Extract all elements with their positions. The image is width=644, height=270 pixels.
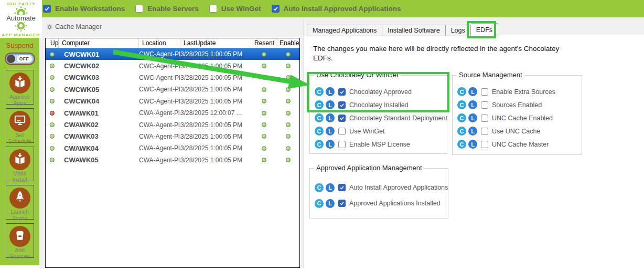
edf-group-source-management: Source Management C L Enable Extra Sourc…: [452, 75, 582, 155]
lastupdate-cell: 3/28/2025 1:00:05 PM: [180, 74, 251, 81]
chocolatey-badge-icon[interactable]: C: [457, 113, 466, 122]
edf-checkbox[interactable]: [338, 128, 346, 135]
toolbar-checkbox-label: Enable Workstations: [55, 5, 125, 13]
table-row[interactable]: CWAWK02 CWA-Agent-Play... 3/28/2025 1:00…: [46, 119, 299, 130]
column-header-up[interactable]: Up: [46, 38, 59, 48]
sidebar-button-set-schedule[interactable]: Set Schedule: [6, 108, 34, 143]
table-row[interactable]: CWCWK03 CWC-Agent-Play... 3/28/2025 1:00…: [46, 72, 299, 84]
check-icon: [339, 102, 345, 108]
chocolatey-badge-icon[interactable]: C: [315, 113, 324, 122]
edf-checkbox[interactable]: [481, 101, 488, 109]
column-header-enable[interactable]: Enable: [276, 38, 299, 48]
sidebar-button-icon-circle: [9, 111, 30, 132]
chocolatey-badge-icon[interactable]: C: [315, 140, 324, 149]
toolbar-checkbox[interactable]: [135, 5, 143, 13]
chocolatey-badge-icon[interactable]: C: [457, 100, 466, 109]
table-row[interactable]: CWAWK03 CWA-Agent-Play... 3/28/2025 1:00…: [46, 131, 299, 142]
edf-checkbox[interactable]: [338, 88, 346, 96]
labtech-badge-icon[interactable]: L: [468, 140, 477, 149]
sidebar-button-label: Add Sources: [6, 247, 34, 260]
edf-setting-sources-enabled: C L Sources Enabled: [457, 98, 582, 111]
sidebar-button-add-sources[interactable]: Add Sources: [6, 223, 34, 258]
labtech-badge-icon[interactable]: L: [326, 113, 335, 122]
table-row[interactable]: CWCWK01 CWC-Agent-Play... 3/28/2025 1:00…: [46, 48, 299, 60]
up-status-dot: [50, 122, 55, 127]
toolbar-checkbox[interactable]: [209, 5, 217, 13]
labtech-badge-icon[interactable]: L: [326, 87, 335, 96]
chocolatey-badge-icon[interactable]: C: [457, 127, 466, 136]
labtech-badge-icon[interactable]: L: [326, 100, 335, 109]
location-cell: CWC-Agent-Play...: [139, 63, 180, 70]
sidebar-button-mass-install[interactable]: Mass Install: [6, 147, 34, 181]
toolbar-checkbox[interactable]: [272, 5, 280, 13]
chocolatey-badge-icon[interactable]: C: [457, 87, 466, 96]
edf-checkbox[interactable]: [338, 115, 346, 122]
resent-status-dot: [262, 99, 266, 103]
table-row[interactable]: CWCWK02 CWC-Agent-Play... 3/28/2025 1:00…: [46, 60, 299, 71]
labtech-badge-icon[interactable]: L: [326, 183, 335, 192]
chocolatey-badge-icon[interactable]: C: [315, 199, 324, 208]
tab-managed-applications[interactable]: Managed Applications: [307, 25, 382, 36]
resent-status-dot: [262, 75, 266, 80]
toolbar-checkbox[interactable]: [43, 5, 51, 13]
lastupdate-cell: 3/28/2025 1:00:05 PM: [180, 98, 251, 105]
enable-status-dot: [286, 146, 291, 151]
screen-icon: [13, 113, 27, 127]
edf-checkbox[interactable]: [338, 184, 346, 191]
table-row[interactable]: CWCWK05 CWC-Agent-Play... 3/28/2025 1:00…: [46, 84, 299, 95]
edf-checkbox[interactable]: [338, 141, 346, 148]
check-icon: [44, 6, 50, 12]
book-arrow-icon: [13, 75, 27, 89]
edf-checkbox[interactable]: [338, 101, 346, 109]
chocolatey-badge-icon[interactable]: C: [457, 140, 466, 149]
suspend-toggle[interactable]: OFF: [5, 53, 35, 65]
table-row[interactable]: CWAWK04 CWA-Agent-Play... 3/28/2025 1:00…: [46, 142, 299, 154]
table-row[interactable]: CWCWK04 CWC-Agent-Play... 3/28/2025 1:00…: [46, 96, 299, 107]
labtech-badge-icon[interactable]: L: [468, 87, 477, 96]
edf-checkbox-label: Chocolatey Installed: [349, 101, 409, 109]
tab-logs[interactable]: Logs: [446, 25, 471, 36]
lastupdate-cell: 3/28/2025 1:00:05 PM: [180, 63, 251, 70]
table-row[interactable]: CWAWK05 CWA-Agent-Play... 3/28/2025 1:00…: [46, 154, 299, 166]
table-row[interactable]: CWAWK01 CWA-Agent-Play... 3/28/2025 12:0…: [46, 107, 299, 119]
resent-status-dot: [262, 87, 266, 92]
edf-checkbox[interactable]: [481, 115, 488, 122]
chocolatey-badge-icon[interactable]: C: [315, 100, 324, 109]
up-status-dot: [50, 146, 55, 151]
check-icon: [339, 89, 345, 95]
labtech-badge-icon[interactable]: L: [468, 127, 477, 136]
tab-installed-software[interactable]: Installed Software: [382, 25, 445, 36]
column-header-location[interactable]: Location: [139, 38, 180, 48]
edf-checkbox[interactable]: [338, 200, 346, 207]
toggle-state-label: OFF: [16, 55, 33, 63]
location-cell: CWC-Agent-Play...: [139, 98, 180, 105]
labtech-badge-icon[interactable]: L: [326, 199, 335, 208]
chocolatey-badge-icon[interactable]: C: [315, 127, 324, 136]
enable-status-dot: [286, 111, 291, 116]
book-arrow-icon: [13, 152, 27, 165]
labtech-badge-icon[interactable]: L: [326, 127, 335, 136]
suspend-label: Suspend: [0, 41, 39, 49]
edf-checkbox-label: Sources Enabled: [492, 101, 542, 109]
column-header-lastupdate[interactable]: LastUpdate: [180, 38, 251, 48]
labtech-badge-icon[interactable]: L: [468, 113, 477, 122]
labtech-badge-icon[interactable]: L: [326, 140, 335, 149]
lastupdate-cell: 3/28/2025 1:00:05 PM: [180, 157, 251, 164]
chocolatey-badge-icon[interactable]: C: [315, 87, 324, 96]
edf-checkbox[interactable]: [481, 128, 488, 135]
edf-checkbox[interactable]: [481, 88, 488, 96]
edf-setting-chocolatey-installed: C L Chocolatey Installed: [315, 98, 447, 111]
labtech-badge-icon[interactable]: L: [468, 100, 477, 109]
sidebar-button-launch-scans[interactable]: Launch Scans: [6, 185, 34, 220]
column-header-resent[interactable]: Resent: [251, 38, 276, 48]
column-header-computer[interactable]: Computer: [59, 38, 139, 48]
tab-edfs[interactable]: EDFs: [471, 23, 498, 36]
toolbar-checkbox-label: Auto Install Approved Applications: [284, 5, 401, 13]
chocolatey-badge-icon[interactable]: C: [315, 183, 324, 192]
edf-checkbox[interactable]: [481, 141, 488, 148]
sidebar-button-approve-apps[interactable]: Approve Apps: [6, 70, 34, 105]
tab-bar: Managed Applications Installed Software …: [307, 23, 498, 36]
enable-status-dot: [286, 52, 291, 57]
location-cell: CWA-Agent-Play...: [139, 109, 180, 117]
resent-status-dot: [262, 146, 266, 151]
